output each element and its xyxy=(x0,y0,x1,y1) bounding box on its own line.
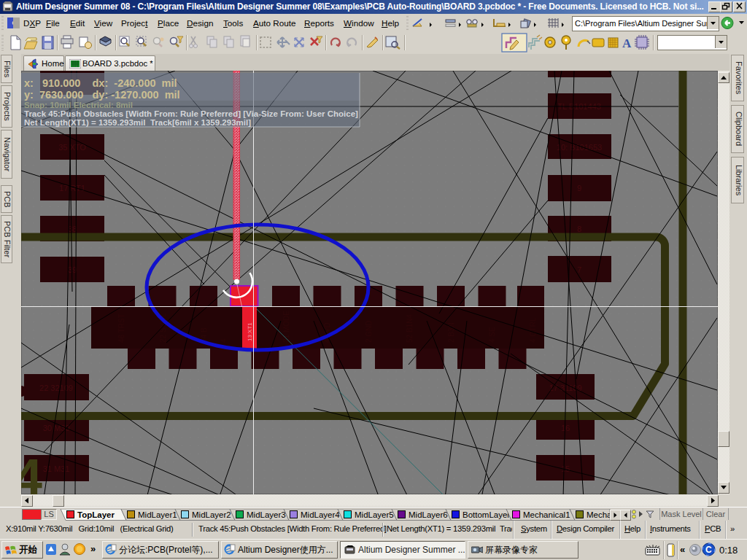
svg-text:4 SE: 4 SE xyxy=(488,327,496,343)
svg-text:7: 7 xyxy=(577,265,581,274)
svg-text:TopLayer: TopLayer xyxy=(77,510,115,519)
svg-text:MidLayer4: MidLayer4 xyxy=(301,510,340,519)
svg-text:17 31109: 17 31109 xyxy=(549,384,581,392)
svg-text:4: 4 xyxy=(220,338,228,343)
svg-text:MidLayer5: MidLayer5 xyxy=(355,510,394,519)
svg-text:y: 7630.000 dy: -1270.000: y: 7630.000 dy: -1270.000 mil xyxy=(24,89,180,101)
svg-text:9: 9 xyxy=(577,184,581,192)
svg-text:8: 8 xyxy=(577,225,581,233)
svg-text:x: 910.000 dx: -240.000: x: 910.000 dx: -240.000 mil xyxy=(24,77,177,89)
svg-text:Snap: 10mil Electrical: 8mil: Snap: 10mil Electrical: 8mil xyxy=(24,101,133,109)
svg-text:4: 4 xyxy=(21,449,42,494)
svg-text:44 VD: 44 VD xyxy=(323,322,331,343)
svg-text:21 MODE: 21 MODE xyxy=(282,311,290,343)
svg-text:17 RT1: 17 RT1 xyxy=(59,184,85,192)
svg-text:»: » xyxy=(90,543,96,554)
svg-text:31 M31: 31 M31 xyxy=(43,464,70,473)
svg-text:46 TRST: 46 TRST xyxy=(117,314,125,343)
svg-text:10: B101653: 10: B101653 xyxy=(557,143,602,152)
svg-text:52 B1N4: 52 B1N4 xyxy=(406,314,414,343)
svg-text:4 CTRL: 4 CTRL xyxy=(529,317,537,343)
svg-text:MidLayer3: MidLayer3 xyxy=(247,510,286,519)
svg-text:2 GND: 2 GND xyxy=(365,320,373,343)
svg-text:35 XTO: 35 XTO xyxy=(58,143,86,152)
svg-text:Net Length(XT1) = 1359.293mil: Net Length(XT1) = 1359.293mil Track[6mil… xyxy=(24,118,251,127)
svg-text:BottomLayer: BottomLayer xyxy=(462,510,510,519)
svg-text:MidLayer6: MidLayer6 xyxy=(409,510,448,519)
svg-text:22 32109: 22 32109 xyxy=(39,384,73,392)
svg-text:MidLayer1: MidLayer1 xyxy=(138,510,177,519)
svg-text:MidLayer2: MidLayer2 xyxy=(192,510,231,519)
svg-text:A: A xyxy=(622,36,632,50)
svg-text:Track 45:Push Obstacles [Width: Track 45:Push Obstacles [Width From: Rul… xyxy=(24,109,358,118)
svg-text:C: C xyxy=(705,545,712,555)
svg-text:Mechanical1: Mechanical1 xyxy=(523,510,570,519)
svg-text:13:XT1: 13:XT1 xyxy=(247,322,253,341)
